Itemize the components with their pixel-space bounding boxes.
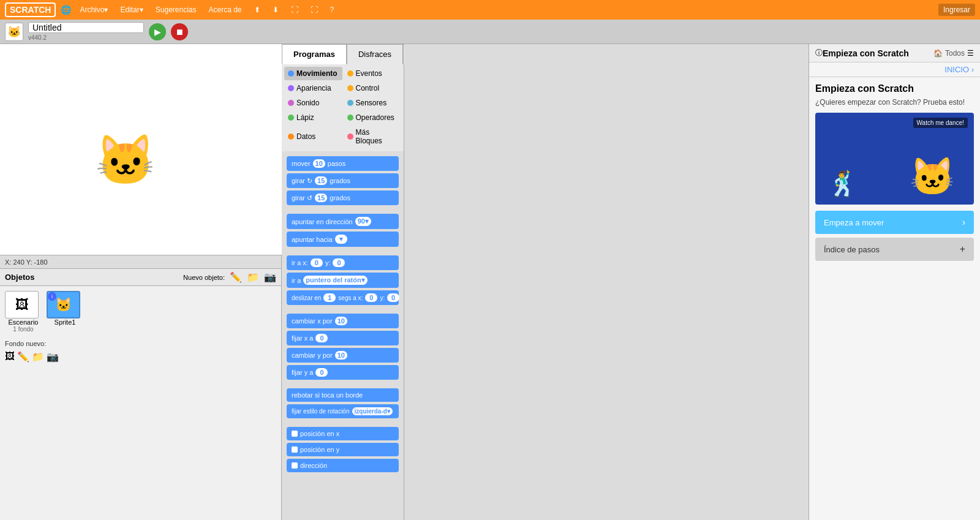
block-fijar-rotacion[interactable]: fijar estilo de rotación izquierda-d▾ [287, 404, 399, 418]
cat-sprite: 🐱 [95, 136, 156, 185]
start-moving-button[interactable]: Empeza a mover › [815, 211, 974, 234]
icon-download[interactable]: ⬇ [269, 4, 282, 15]
icon-help[interactable]: ? [326, 4, 338, 15]
step-index-plus: + [960, 244, 965, 255]
draw-sprite-icon[interactable]: ✏️ [230, 271, 242, 283]
block-posicion-y[interactable]: posición en y [287, 443, 399, 456]
coords-bar: X: 240 Y: -180 [0, 255, 281, 269]
sprites-area: 🖼 Escenario 1 fondo i 🐱 Sprite1 [0, 286, 281, 337]
cat-pencil-label: Lápiz [296, 113, 314, 122]
control-dot [347, 85, 353, 91]
more-blocks-dot [347, 134, 353, 140]
checkbox-pos-x[interactable] [292, 431, 298, 437]
sidebar-menu-icon[interactable]: ☰ [967, 49, 974, 58]
logo-text: SCRATCH [10, 5, 51, 15]
block-ir-a[interactable]: ir a x: 0 y: 0 [287, 255, 399, 270]
sidebar-inicio-bar: INICIO › [809, 62, 980, 77]
sound-dot [288, 100, 294, 106]
cat-data-label: Datos [296, 132, 315, 141]
cat-control[interactable]: Control [344, 81, 402, 95]
coords-label: X: 240 Y: -180 [5, 258, 48, 266]
cat-row-1: Movimiento Eventos [284, 67, 401, 80]
menu-acerca[interactable]: Acerca de [205, 4, 246, 15]
stop-button[interactable]: ⏹ [171, 23, 188, 40]
sidebar-preview-image: Watch me dance! 🐱 🕺 [815, 113, 974, 205]
stage-panel: 🐱 X: 240 Y: -180 Objetos Nuevo objeto: ✏… [0, 44, 282, 520]
cat-data[interactable]: Datos [284, 126, 342, 148]
icon-fullscreen2[interactable]: ⛶ [307, 4, 322, 15]
step-index-button[interactable]: Índice de pasos + [815, 238, 974, 261]
green-flag-button[interactable]: ▶ [149, 23, 166, 40]
fondo-draw-icon[interactable]: ✏️ [17, 351, 29, 363]
globe-icon[interactable]: 🌐 [61, 5, 71, 15]
menu-sugerencias[interactable]: Sugerencias [152, 4, 200, 15]
menu-editar[interactable]: Editar▾ [116, 4, 146, 15]
block-fijar-y[interactable]: fijar y a 0 [287, 365, 399, 380]
cat-movement[interactable]: Movimiento [284, 67, 342, 80]
tab-programs[interactable]: Programas [282, 44, 347, 64]
camera-sprite-icon[interactable]: 📷 [264, 271, 276, 283]
icon-fullscreen1[interactable]: ⛶ [287, 4, 302, 15]
sidebar-inicio-link[interactable]: INICIO › [944, 65, 974, 74]
fondo-image-icon[interactable]: 🖼 [5, 351, 15, 363]
checkbox-pos-y[interactable] [292, 447, 298, 453]
cat-pencil[interactable]: Lápiz [284, 111, 342, 124]
sprite1-info-icon: i [48, 292, 56, 301]
cat-sensors-label: Sensores [356, 99, 387, 107]
icon-upload[interactable]: ⬆ [251, 4, 264, 15]
block-direccion[interactable]: dirección [287, 459, 399, 472]
pencil-dot [288, 115, 294, 121]
stage-canvas[interactable]: 🐱 [0, 44, 282, 255]
block-apuntar-hacia[interactable]: apuntar hacia ▾ [287, 232, 399, 247]
categories: Movimiento Eventos Apariencia Control [282, 64, 404, 151]
main-layout: 🐱 X: 240 Y: -180 Objetos Nuevo objeto: ✏… [0, 44, 980, 520]
block-mover[interactable]: mover 10 pasos [287, 156, 399, 171]
fondo-icons: 🖼 ✏️ 📁 📷 [0, 350, 281, 364]
block-apuntar-dir[interactable]: apuntar en dirección 90▾ [287, 214, 399, 229]
cat-events[interactable]: Eventos [344, 67, 402, 80]
fondo-folder-icon[interactable]: 📁 [32, 351, 44, 363]
blocks-panel: Programas Disfraces Sonidos Movimiento E… [282, 44, 404, 520]
cat-control-label: Control [356, 84, 380, 92]
objects-panel: Objetos Nuevo objeto: ✏️ 📁 📷 🖼 Escenario… [0, 269, 281, 520]
signin-button[interactable]: Ingresar [938, 4, 975, 16]
menu-archivo[interactable]: Archivo▾ [76, 4, 111, 15]
stage-object[interactable]: 🖼 Escenario 1 fondo [5, 291, 42, 333]
cat-row-5: Datos Más Bloques [284, 126, 401, 148]
block-girar-i[interactable]: girar ↺ 15 grados [287, 190, 399, 205]
scratch-logo[interactable]: SCRATCH [5, 2, 56, 17]
block-rebotar[interactable]: rebotar si toca un borde [287, 388, 399, 402]
cat-row-2: Apariencia Control [284, 81, 401, 95]
cat-events-label: Eventos [356, 69, 382, 78]
cat-operators[interactable]: Operadores [344, 111, 402, 124]
block-fijar-x[interactable]: fijar x a 0 [287, 331, 399, 345]
sidebar-panel: ⓘ Empieza con Scratch 🏠 Todos ☰ INICIO ›… [809, 44, 980, 520]
cat-more-blocks[interactable]: Más Bloques [344, 126, 402, 148]
cat-appearance[interactable]: Apariencia [284, 81, 342, 95]
block-cambiar-x[interactable]: cambiar x por 10 [287, 314, 399, 328]
block-posicion-x[interactable]: posición en x [287, 427, 399, 440]
stage-sub: 1 fondo [5, 326, 42, 333]
block-cambiar-y[interactable]: cambiar y por 10 [287, 348, 399, 363]
project-title-input[interactable]: Untitled [28, 22, 144, 33]
block-ir-puntero[interactable]: ir a puntero del ratón▾ [287, 273, 399, 288]
cat-row-3: Sonido Sensores [284, 96, 401, 110]
upload-sprite-icon[interactable]: 📁 [247, 271, 259, 283]
cat-appearance-label: Apariencia [296, 84, 331, 92]
block-girar-d[interactable]: girar ↻ 15 grados [287, 173, 399, 188]
topbar: SCRATCH 🌐 Archivo▾ Editar▾ Sugerencias A… [0, 0, 980, 20]
tab-costumes[interactable]: Disfraces [347, 44, 403, 64]
movement-dot [288, 70, 294, 77]
stage-thumb: 🖼 [5, 291, 39, 318]
cat-sensors[interactable]: Sensores [344, 96, 402, 110]
version-label: v440.2 [28, 34, 144, 41]
fondo-camera-icon[interactable]: 📷 [47, 351, 59, 363]
tabs-bar: Programas Disfraces Sonidos [282, 44, 404, 64]
project-thumb: 🐱 [5, 23, 23, 41]
cat-sound[interactable]: Sonido [284, 96, 342, 110]
scripts-area[interactable] [404, 44, 809, 520]
sidebar-todos-link[interactable]: Todos [945, 49, 965, 58]
sprite1-object[interactable]: i 🐱 Sprite1 [47, 291, 83, 326]
block-deslizar[interactable]: deslizar en 1 segs a x: 0 y: 0 [287, 290, 399, 305]
checkbox-dir[interactable] [292, 462, 298, 469]
